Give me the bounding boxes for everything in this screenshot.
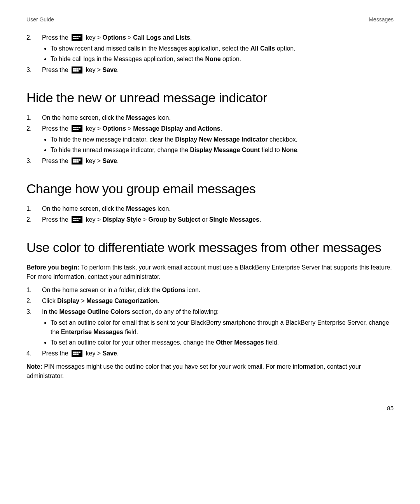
step-body: Press the key > Display Style > Group by… [42, 215, 394, 224]
bb-menu-key-icon [72, 34, 82, 41]
step-number: 1. [26, 113, 42, 122]
step-number: 2. [26, 124, 42, 133]
sec3-steps-cont: 4. Press the key > Save. [26, 349, 394, 358]
bb-menu-key-icon [72, 125, 82, 132]
section-heading: Use color to differentiate work messages… [26, 238, 394, 257]
step-body: In the Message Outline Colors section, d… [42, 307, 394, 317]
top-steps-cont: 3. Press the key > Save. [26, 65, 394, 75]
step-2: 2. Press the key > Options > Call Logs a… [26, 33, 394, 42]
step-body: On the home screen, click the Messages i… [42, 113, 394, 122]
step-number: 3. [26, 156, 42, 166]
step-number: 2. [26, 296, 42, 306]
header-right: Messages [369, 16, 394, 24]
step-3: 3. Press the key > Save. [26, 156, 394, 166]
step-number: 3. [26, 65, 42, 75]
step-1: 1. On the home screen, click the Message… [26, 113, 394, 122]
bb-menu-key-icon [72, 158, 82, 164]
bb-menu-key-icon [72, 66, 82, 74]
list-item: To hide the new message indicator, clear… [51, 135, 394, 144]
step-body: Click Display > Message Categorization. [42, 296, 394, 306]
step-body: On the home screen, click the Messages i… [42, 204, 394, 214]
step-number: 4. [26, 349, 42, 358]
bb-menu-key-icon [72, 350, 82, 357]
sec1-steps: 1. On the home screen, click the Message… [26, 113, 394, 133]
section-heading: Hide the new or unread message indicator [26, 88, 394, 108]
step-1: 1. On the home screen or in a folder, cl… [26, 285, 394, 295]
step-2: 2. Press the key > Options > Message Dis… [26, 124, 394, 133]
step-1: 1. On the home screen, click the Message… [26, 204, 394, 214]
step-body: Press the key > Save. [42, 65, 394, 75]
step-number: 2. [26, 215, 42, 224]
step-body: Press the key > Options > Call Logs and … [42, 33, 394, 42]
sec3-bullets: To set an outline color for email that i… [26, 318, 394, 347]
step-number: 1. [26, 285, 42, 295]
list-item: To show recent and missed calls in the M… [51, 44, 394, 53]
page-header: User Guide Messages [26, 16, 394, 24]
header-left: User Guide [26, 16, 54, 24]
step-3: 3. In the Message Outline Colors section… [26, 307, 394, 317]
step-2: 2. Click Display > Message Categorizatio… [26, 296, 394, 306]
list-item: To set an outline color for email that i… [51, 318, 394, 337]
step-2: 2. Press the key > Display Style > Group… [26, 215, 394, 224]
step-number: 3. [26, 307, 42, 317]
step-body: Press the key > Save. [42, 349, 394, 358]
list-item: To hide call logs in the Messages applic… [51, 54, 394, 64]
step-number: 2. [26, 33, 42, 42]
sec3-steps: 1. On the home screen or in a folder, cl… [26, 285, 394, 317]
step-body: On the home screen or in a folder, click… [42, 285, 394, 295]
before-you-begin: Before you begin: To perform this task, … [26, 263, 394, 282]
page-number: 85 [26, 404, 394, 413]
list-item: To hide the unread message indicator, ch… [51, 145, 394, 155]
step-body: Press the key > Options > Message Displa… [42, 124, 394, 133]
step-number: 1. [26, 204, 42, 214]
step-3: 3. Press the key > Save. [26, 65, 394, 75]
step-4: 4. Press the key > Save. [26, 349, 394, 358]
sec2-steps: 1. On the home screen, click the Message… [26, 204, 394, 224]
note: Note: PIN messages might use the outline… [26, 362, 394, 381]
section-heading: Change how you group email messages [26, 179, 394, 199]
sec1-bullets: To hide the new message indicator, clear… [26, 135, 394, 155]
top-bullets: To show recent and missed calls in the M… [26, 44, 394, 64]
bb-menu-key-icon [72, 216, 82, 223]
step-body: Press the key > Save. [42, 156, 394, 166]
top-steps: 2. Press the key > Options > Call Logs a… [26, 33, 394, 42]
sec1-steps-cont: 3. Press the key > Save. [26, 156, 394, 166]
list-item: To set an outline color for your other m… [51, 338, 394, 347]
